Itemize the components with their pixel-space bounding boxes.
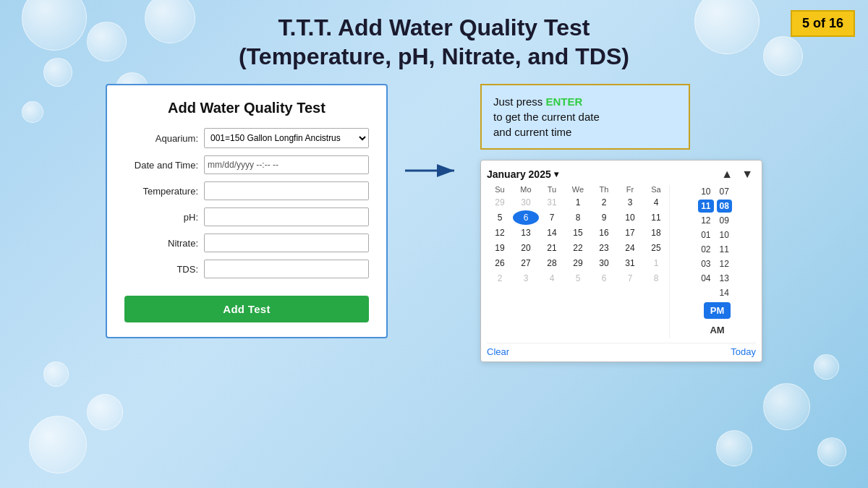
cal-day[interactable]: 30 [513, 195, 539, 210]
cal-day[interactable]: 28 [539, 256, 565, 270]
minute-value[interactable]: 09 [717, 214, 732, 227]
cal-day[interactable]: 10 [617, 210, 643, 225]
cal-day[interactable]: 17 [617, 226, 643, 240]
aquarium-label: Aquarium: [124, 133, 204, 144]
cal-day[interactable]: 12 [487, 226, 513, 240]
minute-value[interactable]: 14 [717, 286, 732, 299]
hour-value[interactable]: 10 [698, 185, 713, 198]
time-columns: 10 11 12 01 02 03 04 07 08 09 [698, 185, 732, 299]
calendar-dow-row: Su Mo Tu We Th Fr Sa [487, 185, 669, 194]
cal-day[interactable]: 15 [565, 226, 591, 240]
minute-value[interactable]: 07 [717, 185, 732, 198]
hour-value[interactable]: 12 [698, 214, 713, 227]
nitrate-input[interactable] [204, 234, 369, 252]
temperature-row: Temperature: [124, 181, 369, 200]
ph-row: pH: [124, 207, 369, 226]
callout-enter-keyword: ENTER [546, 95, 583, 108]
cal-day[interactable]: 7 [539, 210, 565, 225]
minute-value[interactable]: 10 [717, 228, 732, 241]
cal-day[interactable]: 22 [565, 241, 591, 255]
tds-row: TDS: [124, 260, 369, 278]
cal-day-today[interactable]: 6 [513, 210, 539, 225]
cal-day[interactable]: 25 [643, 241, 669, 255]
cal-day[interactable]: 30 [591, 256, 617, 270]
cal-day[interactable]: 16 [591, 226, 617, 240]
cal-day[interactable]: 4 [539, 271, 565, 286]
dow-th: Th [591, 185, 617, 194]
minute-value[interactable]: 12 [717, 257, 732, 270]
cal-day[interactable]: 8 [565, 210, 591, 225]
cal-day[interactable]: 9 [591, 210, 617, 225]
cal-day[interactable]: 7 [617, 271, 643, 286]
dow-su: Su [487, 185, 513, 194]
cal-day[interactable]: 18 [643, 226, 669, 240]
hour-value[interactable]: 03 [698, 257, 713, 270]
minutes-scroll: 07 08 09 10 11 12 13 14 [717, 185, 732, 299]
cal-day[interactable]: 3 [617, 195, 643, 210]
temperature-input[interactable] [204, 181, 369, 200]
minute-value[interactable]: 11 [717, 243, 732, 256]
time-section: 10 11 12 01 02 03 04 07 08 09 [669, 185, 756, 338]
cal-day[interactable]: 3 [513, 271, 539, 286]
datetime-label: Date and Time: [124, 160, 204, 171]
datetime-input[interactable] [204, 155, 369, 174]
datetime-row: Date and Time: [124, 155, 369, 174]
ph-input[interactable] [204, 207, 369, 226]
cal-day[interactable]: 23 [591, 241, 617, 255]
pm-button[interactable]: PM [704, 302, 730, 319]
cal-day[interactable]: 29 [565, 256, 591, 270]
slide-counter: 5 of 16 [791, 10, 855, 37]
ampm-selector: PM AM [704, 302, 730, 338]
calendar-week-4: 19 20 21 22 23 24 25 [487, 241, 669, 255]
calendar-picker: January 2025 ▾ ▲ ▼ Su Mo Tu We Th [480, 160, 762, 362]
form-panel: Add Water Quality Test Aquarium: 001=150… [106, 84, 388, 338]
calendar-prev-button[interactable]: ▲ [718, 168, 736, 181]
minute-value-selected[interactable]: 08 [717, 200, 732, 213]
dow-sa: Sa [643, 185, 669, 194]
calendar-week-5: 26 27 28 29 30 31 1 [487, 256, 669, 270]
tds-label: TDS: [124, 264, 204, 275]
calendar-week-2: 5 6 7 8 9 10 11 [487, 210, 669, 225]
callout-text-after: to get the current dateand current time [493, 111, 600, 138]
clear-button[interactable]: Clear [487, 346, 509, 357]
cal-day[interactable]: 14 [539, 226, 565, 240]
cal-day[interactable]: 27 [513, 256, 539, 270]
cal-day[interactable]: 2 [591, 195, 617, 210]
cal-day[interactable]: 26 [487, 256, 513, 270]
dow-tu: Tu [539, 185, 565, 194]
callout-box: Just press ENTER to get the current date… [480, 84, 690, 150]
slide-title: T.T.T. Add Water Quality Test (Temperatu… [0, 0, 868, 71]
add-test-button[interactable]: Add Test [124, 296, 369, 322]
cal-day[interactable]: 8 [643, 271, 669, 286]
cal-day[interactable]: 2 [487, 271, 513, 286]
cal-day[interactable]: 4 [643, 195, 669, 210]
cal-day[interactable]: 31 [617, 256, 643, 270]
cal-day[interactable]: 31 [539, 195, 565, 210]
hour-value[interactable]: 04 [698, 272, 713, 285]
cal-day[interactable]: 5 [487, 210, 513, 225]
dow-fr: Fr [617, 185, 643, 194]
hour-value[interactable]: 02 [698, 243, 713, 256]
cal-day[interactable]: 19 [487, 241, 513, 255]
cal-day[interactable]: 13 [513, 226, 539, 240]
cal-day[interactable]: 11 [643, 210, 669, 225]
minute-value[interactable]: 13 [717, 272, 732, 285]
arrow-icon [405, 156, 463, 185]
cal-day[interactable]: 21 [539, 241, 565, 255]
cal-day[interactable]: 20 [513, 241, 539, 255]
cal-day[interactable]: 1 [643, 256, 669, 270]
am-button[interactable]: AM [704, 322, 730, 338]
hour-value-selected[interactable]: 11 [698, 200, 713, 213]
calendar-next-button[interactable]: ▼ [739, 168, 756, 181]
cal-day[interactable]: 29 [487, 195, 513, 210]
cal-day[interactable]: 24 [617, 241, 643, 255]
tds-input[interactable] [204, 260, 369, 278]
today-button[interactable]: Today [731, 346, 756, 357]
hour-value[interactable]: 01 [698, 228, 713, 241]
cal-day[interactable]: 1 [565, 195, 591, 210]
cal-day[interactable]: 5 [565, 271, 591, 286]
aquarium-select[interactable]: 001=150 Gallon Longfin Ancistrus [204, 128, 369, 148]
cal-day[interactable]: 6 [591, 271, 617, 286]
calendar-grid: Su Mo Tu We Th Fr Sa 29 30 31 1 2 [487, 185, 669, 338]
nitrate-label: Nitrate: [124, 238, 204, 249]
